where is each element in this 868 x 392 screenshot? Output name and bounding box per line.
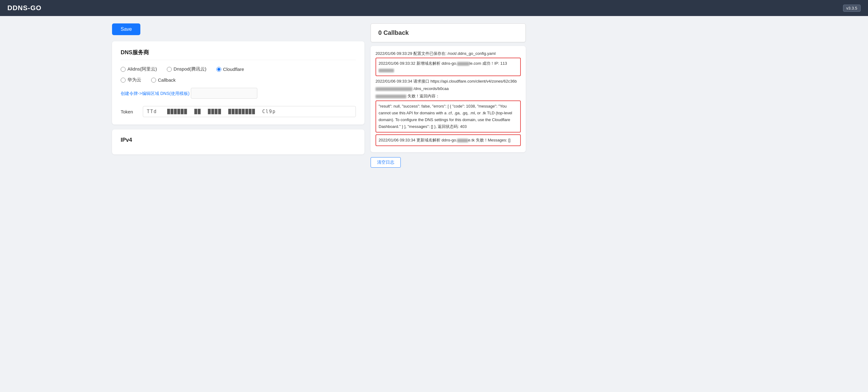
ipv4-card: IPv4 [112, 130, 365, 155]
token-input[interactable] [143, 106, 356, 117]
radio-dnspod-input[interactable] [167, 67, 172, 72]
log-text-1: 2022/01/06 09:33:32 新增域名解析 ddns-go. le.c… [379, 61, 507, 73]
radio-callback-label: Callback [158, 77, 176, 83]
dns-card: DNS服务商 Alidns(阿里云) Dnspod(腾讯云) Cloudflar… [112, 41, 365, 124]
log-box: 2022/01/06 09:33:29 配置文件已保存在: /root/.ddn… [371, 46, 526, 152]
radio-huawei-input[interactable] [121, 78, 126, 83]
radio-huawei-label: 华为云 [127, 77, 141, 83]
radio-cloudflare-input[interactable] [216, 67, 221, 72]
log-entry-3: /dns_records/b0caa [375, 85, 521, 92]
log-blur-4 [375, 94, 406, 98]
header: DDNS-GO v3.3.5 [0, 0, 868, 16]
radio-callback-input[interactable] [151, 78, 156, 83]
radio-dnspod-label: Dnspod(腾讯云) [174, 66, 207, 72]
callback-badge: 0 Callback [371, 23, 526, 42]
log-text-6: 2022/01/06 09:33:34 更新域名解析 ddns-go. e.tk… [379, 138, 510, 142]
ipv4-card-title: IPv4 [121, 137, 356, 147]
log-entry-1: 2022/01/06 09:33:32 新增域名解析 ddns-go. le.c… [375, 58, 521, 76]
zone-input[interactable] [191, 88, 257, 99]
save-button[interactable]: Save [112, 23, 141, 35]
app-title: DDNS-GO [7, 4, 41, 12]
token-row: Token [121, 106, 356, 117]
clear-log-button[interactable]: 清空日志 [371, 157, 401, 168]
log-text-3: /dns_records/b0caa [414, 86, 449, 91]
radio-cloudflare[interactable]: Cloudflare [216, 66, 244, 72]
radio-cloudflare-label: Cloudflare [223, 66, 244, 72]
radio-alidns-input[interactable] [121, 67, 126, 72]
main-container: Save DNS服务商 Alidns(阿里云) Dnspod(腾讯云) Clou… [0, 16, 868, 175]
provider-radio-group: Alidns(阿里云) Dnspod(腾讯云) Cloudflare [121, 66, 356, 72]
callback-badge-label: 0 Callback [378, 29, 409, 36]
log-text-5: "result": null, "success": false, "error… [379, 104, 512, 129]
log-entry-2: 2022/01/06 09:33:34 请求接口 https://api.clo… [375, 78, 521, 85]
log-text-2: 2022/01/06 09:33:34 请求接口 https://api.clo… [375, 79, 517, 84]
token-label: Token [121, 109, 138, 114]
log-text-4: 失败！返回内容： [407, 94, 439, 98]
log-entry-6: 2022/01/06 09:33:34 更新域名解析 ddns-go. e.tk… [375, 134, 521, 146]
radio-callback[interactable]: Callback [151, 77, 176, 83]
radio-huawei[interactable]: 华为云 [121, 77, 141, 83]
log-text-0: 2022/01/06 09:33:29 配置文件已保存在: /root/.ddn… [375, 51, 496, 56]
dns-card-title: DNS服务商 [121, 49, 356, 60]
config-link[interactable]: 创建令牌->编辑区域 DNS(使用模板) [121, 91, 190, 96]
log-entry-5: "result": null, "success": false, "error… [375, 101, 521, 133]
log-entry-0: 2022/01/06 09:33:29 配置文件已保存在: /root/.ddn… [375, 50, 521, 57]
radio-dnspod[interactable]: Dnspod(腾讯云) [167, 66, 207, 72]
radio-alidns-label: Alidns(阿里云) [127, 66, 157, 72]
left-panel: Save DNS服务商 Alidns(阿里云) Dnspod(腾讯云) Clou… [7, 23, 365, 168]
right-panel: 0 Callback 2022/01/06 09:33:29 配置文件已保存在:… [371, 23, 531, 168]
radio-alidns[interactable]: Alidns(阿里云) [121, 66, 157, 72]
log-entry-4: 失败！返回内容： [375, 93, 521, 100]
log-blur-3 [375, 87, 412, 91]
version-badge: v3.3.5 [843, 5, 861, 12]
provider-radio-group-2: 华为云 Callback [121, 77, 356, 83]
